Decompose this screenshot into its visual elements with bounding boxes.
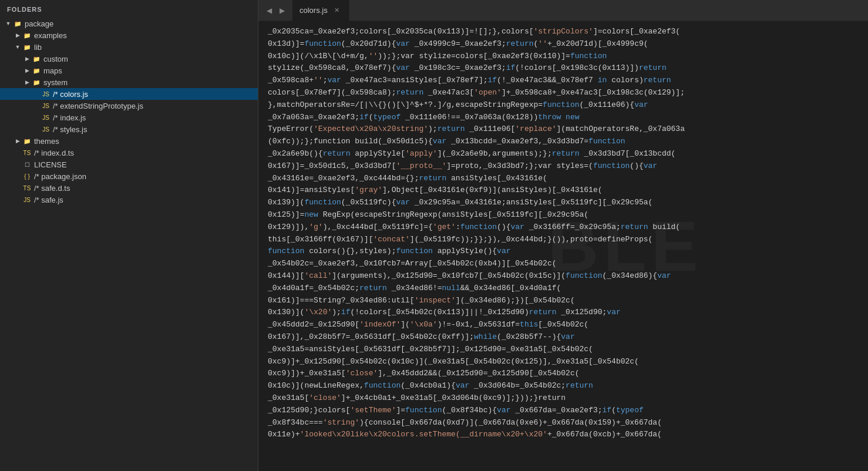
sidebar: FOLDERS ▼ 📁 package ▶ 📁 examples ▼ 📁 lib…	[0, 0, 258, 471]
tree-label: /* colors.js	[53, 90, 258, 99]
file-icon: JS	[41, 101, 51, 110]
chevron-icon: ▶	[22, 78, 32, 87]
tree-item-themes[interactable]: ▶ 📁 themes	[0, 135, 258, 147]
tab-close-button[interactable]: ✕	[332, 6, 342, 15]
chevron-icon: ▶	[13, 31, 22, 40]
chevron-spacer: ▶	[13, 171, 22, 181]
file-icon: ☐	[22, 160, 32, 169]
tree-label: /* package.json	[34, 172, 258, 181]
tree-label: LICENSE	[34, 160, 258, 169]
chevron-spacer: ▶	[13, 160, 22, 169]
file-icon: JS	[41, 113, 51, 122]
file-icon: TS	[22, 183, 32, 193]
tree-label: examples	[34, 31, 258, 40]
chevron-spacer: ▶	[32, 113, 41, 122]
chevron-spacer: ▶	[13, 183, 22, 193]
chevron-spacer: ▶	[13, 195, 22, 204]
tree-item-styles-js[interactable]: ▶ JS /* styles.js	[0, 123, 258, 135]
chevron-spacer: ▶	[32, 125, 41, 134]
tree-item-maps[interactable]: ▶ 📁 maps	[0, 65, 258, 76]
chevron-icon: ▶	[22, 54, 32, 63]
chevron-icon: ▼	[13, 42, 22, 52]
file-icon: { }	[22, 171, 32, 181]
forward-button[interactable]: ▶	[276, 5, 288, 16]
tree-label: /* extendStringPrototype.js	[53, 102, 258, 110]
nav-arrows: ◀ ▶	[258, 5, 292, 16]
tree-label: themes	[34, 137, 258, 146]
tree-item-index-js[interactable]: ▶ JS /* index.js	[0, 112, 258, 123]
tree-label: /* safe.d.ts	[34, 184, 258, 193]
chevron-icon: ▶	[22, 66, 32, 75]
folder-icon: 📁	[22, 31, 32, 40]
tree-item-lib[interactable]: ▼ 📁 lib	[0, 41, 258, 53]
tab-bar: ◀ ▶ colors.js ✕	[258, 0, 868, 21]
sidebar-header: FOLDERS	[0, 0, 258, 18]
tree-label: custom	[43, 55, 258, 63]
chevron-spacer: ▶	[13, 148, 22, 157]
chevron-icon: ▶	[13, 136, 22, 146]
tab-colors-js[interactable]: colors.js ✕	[292, 0, 349, 21]
tree-label: /* safe.js	[34, 196, 258, 204]
tree-label: maps	[43, 66, 258, 75]
folder-icon: 📁	[32, 54, 41, 63]
file-tree: ▼ 📁 package ▶ 📁 examples ▼ 📁 lib ▶ 📁 cus…	[0, 18, 258, 206]
tree-item-index-d-ts[interactable]: ▶ TS /* index.d.ts	[0, 147, 258, 159]
tree-item-package[interactable]: ▼ 📁 package	[0, 18, 258, 29]
file-icon: JS	[22, 195, 32, 204]
tree-label: lib	[34, 43, 258, 52]
file-icon: TS	[22, 148, 32, 157]
folder-icon: 📁	[32, 78, 41, 87]
tree-label: /* index.d.ts	[34, 149, 258, 157]
tree-item-extendstringprototype[interactable]: ▶ JS /* extendStringPrototype.js	[0, 100, 258, 112]
tree-item-examples[interactable]: ▶ 📁 examples	[0, 29, 258, 41]
tree-label: package	[25, 19, 258, 28]
tree-item-package-json[interactable]: ▶ { } /* package.json	[0, 170, 258, 182]
tree-item-custom[interactable]: ▶ 📁 custom	[0, 53, 258, 65]
chevron-spacer: ▶	[32, 89, 41, 99]
file-icon: JS	[41, 125, 51, 134]
tree-item-safe-js[interactable]: ▶ JS /* safe.js	[0, 194, 258, 206]
tree-item-safe-d-ts[interactable]: ▶ TS /* safe.d.ts	[0, 182, 258, 194]
folder-icon: 📁	[32, 66, 41, 75]
tree-label: /* index.js	[53, 113, 258, 122]
code-content: _0x2035ca=_0xae2ef3;colors[_0x2035ca(0x1…	[258, 26, 868, 441]
folder-icon: 📁	[13, 19, 22, 28]
folder-icon: 📁	[22, 42, 32, 52]
tree-item-colors-js[interactable]: ▶ JS /* colors.js	[0, 88, 258, 100]
back-button[interactable]: ◀	[263, 5, 275, 16]
folder-icon: 📁	[22, 136, 32, 146]
file-icon: JS	[41, 89, 51, 99]
tree-item-license[interactable]: ▶ ☐ LICENSE	[0, 159, 258, 170]
chevron-icon: ▼	[4, 19, 13, 28]
tab-label: colors.js	[300, 6, 328, 15]
chevron-spacer: ▶	[32, 101, 41, 110]
editor-area: ◀ ▶ colors.js ✕ BLE _0x2035ca=_0xae2ef3;…	[258, 0, 868, 471]
code-area[interactable]: BLE _0x2035ca=_0xae2ef3;colors[_0x2035ca…	[258, 21, 868, 471]
tree-item-system[interactable]: ▶ 📁 system	[0, 76, 258, 88]
tree-label: /* styles.js	[53, 125, 258, 134]
tree-label: system	[43, 78, 258, 87]
